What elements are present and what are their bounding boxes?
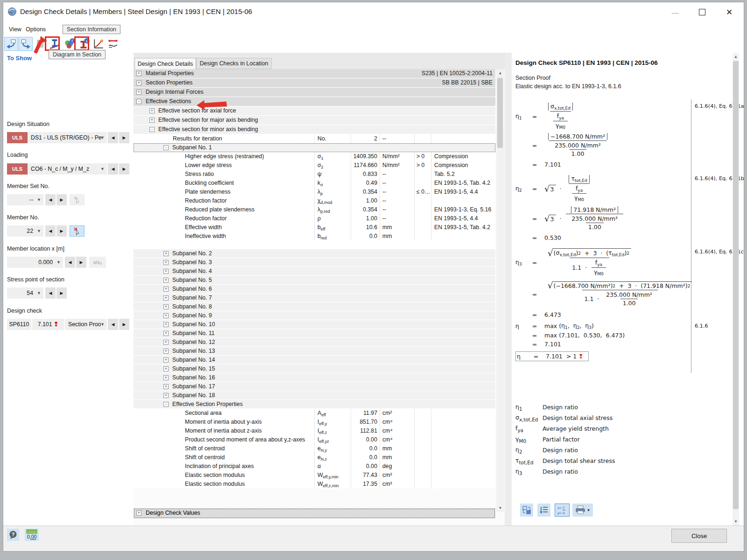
expander-icon[interactable]: -: [136, 99, 141, 104]
table-row[interactable]: +Subpanel No. 16: [134, 373, 495, 382]
scrollbar-thumb[interactable]: [733, 61, 739, 509]
table-row[interactable]: Reduction factorρ1.00--EN 1993-1-5, 4.4: [134, 214, 495, 223]
design-check-next-button[interactable]: ▶: [119, 319, 129, 330]
table-row[interactable]: +Effective section for major axis bendin…: [134, 116, 495, 125]
stress-point-diagram-button[interactable]: [92, 37, 106, 51]
scroll-down-icon[interactable]: ▼: [733, 518, 739, 525]
table-row[interactable]: -Subpanel No. 1: [134, 143, 495, 152]
expander-icon[interactable]: +: [163, 357, 169, 363]
expander-icon[interactable]: +: [163, 384, 169, 389]
table-row[interactable]: +Subpanel No. 12: [134, 338, 495, 347]
table-row[interactable]: +Subpanel No. 6: [134, 285, 495, 294]
scroll-down-icon[interactable]: ▼: [496, 504, 504, 512]
expander-icon[interactable]: -: [149, 127, 155, 132]
expander-icon[interactable]: +: [136, 71, 141, 76]
expander-icon[interactable]: +: [136, 90, 141, 95]
expander-icon[interactable]: +: [163, 287, 169, 292]
table-row[interactable]: +Effective section for axial force: [134, 106, 495, 116]
member-set-pick-button[interactable]: [70, 194, 85, 205]
help-button[interactable]: ?: [7, 529, 19, 541]
design-situation-next-button[interactable]: ▶: [119, 132, 129, 143]
table-row[interactable]: Results for iterationNo.2--: [134, 134, 495, 143]
scroll-up-icon[interactable]: ▲: [733, 53, 739, 61]
table-row[interactable]: Higher edge stress (restrained)σ11409.35…: [134, 152, 495, 161]
expander-icon[interactable]: +: [149, 118, 155, 123]
result-diagram-button[interactable]: [106, 37, 120, 51]
table-row[interactable]: +Subpanel No. 18: [134, 391, 495, 400]
expander-icon[interactable]: +: [163, 295, 169, 301]
expander-icon[interactable]: +: [163, 260, 169, 265]
table-row[interactable]: Ineffective widthbred0.0mm: [134, 232, 495, 241]
table-row[interactable]: +Subpanel No. 5: [134, 276, 495, 285]
member-location-prev-button[interactable]: ◀: [65, 257, 75, 268]
design-check-values-row[interactable]: + Design Check Values: [134, 508, 495, 518]
expander-icon[interactable]: -: [163, 145, 169, 150]
design-check-prev-button[interactable]: ◀: [108, 319, 118, 330]
table-row[interactable]: +Subpanel No. 9: [134, 311, 495, 320]
expander-icon[interactable]: +: [163, 366, 169, 371]
expander-icon[interactable]: +: [163, 375, 169, 380]
loading-select[interactable]: CO6 - N_c / M_y / M_z▼: [28, 163, 107, 175]
table-row[interactable]: Buckling coefficientkσ0.49--EN 1993-1-5,…: [134, 179, 495, 188]
stress-point-select[interactable]: 54▼: [7, 287, 43, 299]
expander-icon[interactable]: +: [163, 304, 169, 309]
design-situation-select[interactable]: DS1 - ULS (STR/GEO) - Pe▼: [28, 132, 107, 143]
formula-scrollbar[interactable]: ▲ ▼: [733, 53, 739, 525]
table-row[interactable]: Shift of centroideN,y0.0mm: [134, 444, 495, 453]
stress-point-prev-button[interactable]: ◀: [45, 287, 56, 299]
loading-prev-button[interactable]: ◀: [108, 163, 118, 175]
table-row[interactable]: +Subpanel No. 13: [134, 347, 495, 356]
close-window-button[interactable]: ✕: [721, 6, 737, 18]
table-row[interactable]: Plate slendernessλp0.354--≤ 0…EN 1993-1-…: [134, 188, 495, 196]
table-row[interactable]: Moment of inertia about y-axisIeff,y851.…: [134, 418, 495, 427]
table-row[interactable]: +Subpanel No. 14: [134, 356, 495, 364]
table-row[interactable]: Moment of inertia about z-axisIeff,z112.…: [134, 427, 495, 435]
expander-icon[interactable]: +: [163, 322, 169, 327]
table-row[interactable]: +Subpanel No. 4: [134, 267, 495, 276]
member-location-next-button[interactable]: ▶: [76, 257, 86, 268]
expander-icon[interactable]: +: [149, 108, 155, 113]
table-row[interactable]: +Subpanel No. 7: [134, 294, 495, 302]
table-row[interactable]: +Subpanel No. 8: [134, 302, 495, 311]
member-set-prev-button[interactable]: ◀: [45, 194, 56, 205]
table-row[interactable]: Sectional areaAeff11.97cm²: [134, 409, 495, 418]
member-set-select[interactable]: --▼: [7, 194, 43, 205]
maximize-button[interactable]: [694, 6, 710, 18]
table-row[interactable]: +Design Internal Forces: [134, 88, 495, 97]
table-row[interactable]: +Subpanel No. 11: [134, 329, 495, 338]
tab-design-checks-in-location[interactable]: Design Checks in Location: [196, 58, 272, 69]
expander-icon[interactable]: +: [163, 331, 169, 336]
table-row[interactable]: Lower edge stressσ21174.660N/mm²> 0Compr…: [134, 161, 495, 170]
expander-icon[interactable]: +: [136, 80, 141, 85]
expander-icon[interactable]: -: [163, 402, 169, 407]
table-row[interactable]: +Subpanel No. 17: [134, 382, 495, 391]
navigate-list-button[interactable]: [537, 504, 550, 517]
expander-icon[interactable]: +: [163, 269, 169, 274]
member-no-next-button[interactable]: ▶: [56, 225, 67, 237]
member-no-select[interactable]: 22▼: [7, 225, 43, 237]
expander-icon[interactable]: +: [163, 251, 169, 256]
scrollbar-thumb[interactable]: [497, 78, 503, 148]
table-row[interactable]: +Subpanel No. 3: [134, 258, 495, 267]
table-row[interactable]: +Subpanel No. 15: [134, 364, 495, 373]
table-row[interactable]: Effective widthbeff10.6mmEN 1993-1-5, Ta…: [134, 223, 495, 232]
table-row[interactable]: Reduced plate slendernessλp,red0.354--EN…: [134, 205, 495, 214]
table-row[interactable]: -Effective section for minor axis bendin…: [134, 125, 495, 134]
expander-icon[interactable]: +: [163, 393, 169, 398]
table-row[interactable]: -Effective Section Properties: [134, 400, 495, 409]
table-row[interactable]: Elastic section modulusWeff,z,min17.35cm…: [134, 480, 495, 489]
expander-icon[interactable]: +: [163, 313, 169, 318]
expander-icon[interactable]: +: [163, 340, 169, 345]
expander-icon[interactable]: +: [163, 349, 169, 354]
menu-view[interactable]: View: [7, 25, 23, 34]
expander-icon[interactable]: +: [136, 511, 141, 516]
x-over-x0-button[interactable]: x/x₀: [89, 257, 106, 268]
transfer-to-model-button[interactable]: [520, 504, 533, 517]
table-row[interactable]: +Subpanel No. 2: [134, 249, 495, 258]
tab-design-check-details[interactable]: Design Check Details: [134, 58, 196, 69]
substitute-values-button[interactable]: x=7y=4: [555, 504, 570, 517]
member-no-pick-button[interactable]: [70, 225, 85, 237]
table-row[interactable]: Product second moment of area about y,z-…: [134, 435, 495, 444]
close-button[interactable]: Close: [671, 529, 727, 543]
table-row[interactable]: Elastic section modulusWeff,y,min77.43cm…: [134, 471, 495, 480]
